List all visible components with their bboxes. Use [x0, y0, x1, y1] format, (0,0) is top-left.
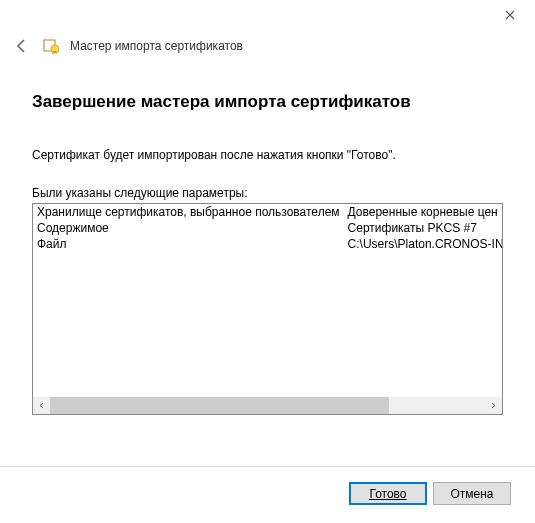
button-row: Готово Отмена [349, 482, 511, 505]
scroll-left-arrow[interactable] [33, 397, 50, 414]
wizard-header: Мастер импорта сертификатов [0, 30, 535, 72]
params-table: Хранилище сертификатов, выбранное пользо… [33, 204, 503, 252]
description-text: Сертификат будет импортирован после нажа… [32, 148, 503, 162]
scroll-thumb[interactable] [50, 397, 389, 414]
param-value: Доверенные корневые цен [344, 204, 503, 220]
param-name: Хранилище сертификатов, выбранное пользо… [33, 204, 344, 220]
table-row[interactable]: Хранилище сертификатов, выбранное пользо… [33, 204, 503, 220]
close-button[interactable] [495, 3, 525, 27]
param-name: Содержимое [33, 220, 344, 236]
certificate-wizard-icon [42, 37, 60, 55]
finish-button[interactable]: Готово [349, 482, 427, 505]
page-heading: Завершение мастера импорта сертификатов [32, 92, 503, 112]
param-value: C:\Users\Platon.CRONOS-INF [344, 236, 503, 252]
param-name: Файл [33, 236, 344, 252]
param-value: Сертификаты PKCS #7 [344, 220, 503, 236]
table-row[interactable]: Содержимое Сертификаты PKCS #7 [33, 220, 503, 236]
params-label: Были указаны следующие параметры: [32, 186, 503, 200]
cancel-button[interactable]: Отмена [433, 482, 511, 505]
scroll-right-arrow[interactable] [485, 397, 502, 414]
content-area: Завершение мастера импорта сертификатов … [0, 72, 535, 415]
horizontal-scrollbar[interactable] [33, 397, 502, 414]
wizard-title: Мастер импорта сертификатов [70, 39, 243, 53]
params-listbox: Хранилище сертификатов, выбранное пользо… [32, 203, 503, 415]
divider [0, 466, 535, 467]
titlebar [0, 0, 535, 30]
back-button[interactable] [12, 36, 32, 56]
scroll-track[interactable] [50, 397, 485, 414]
table-row[interactable]: Файл C:\Users\Platon.CRONOS-INF [33, 236, 503, 252]
